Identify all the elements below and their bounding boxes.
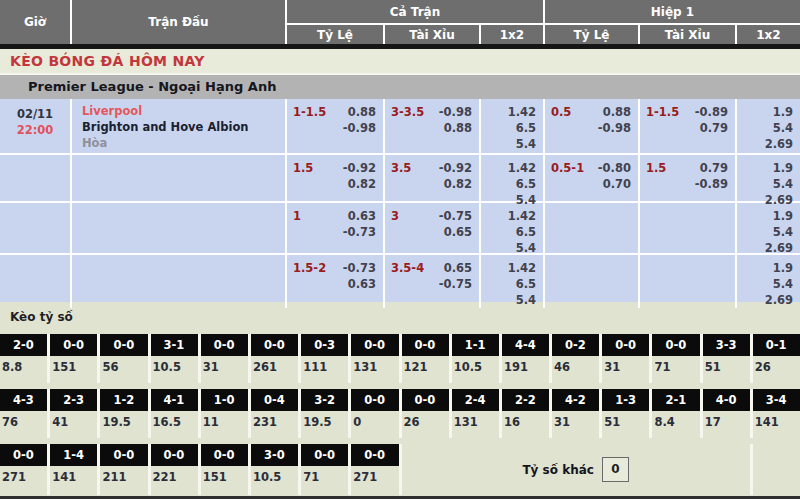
score-value[interactable]: 0-0 [201, 334, 248, 356]
ft-1x2-cell[interactable]: 1.42 6.5 5.4 [481, 203, 545, 256]
score-value[interactable]: 1-0 [201, 389, 248, 411]
score-bet-cell[interactable]: 4-3 76 [0, 389, 47, 438]
score-value[interactable]: 0-3 [301, 334, 348, 356]
h1-handicap-cell[interactable] [545, 255, 640, 308]
h1-1x2-cell[interactable]: 1.9 5.4 2.69 [737, 155, 800, 208]
h1-1x2-cell[interactable]: 1.9 5.4 2.69 [737, 203, 800, 256]
score-value[interactable]: 0-0 [0, 444, 47, 466]
ft-over-under-cell[interactable]: 3-3.5 -0.98 0.88 [385, 99, 481, 153]
score-value[interactable]: 3-3 [703, 334, 750, 356]
score-bet-cell[interactable]: 1-1 10.5 [452, 334, 499, 383]
score-value[interactable]: 0-2 [552, 334, 599, 356]
score-bet-cell[interactable]: 1-2 19.5 [100, 389, 147, 438]
home-team[interactable]: Liverpool [82, 103, 285, 119]
score-bet-cell[interactable]: 0-0 221 [151, 444, 198, 495]
ft-1x2-cell[interactable]: 1.42 6.5 5.4 [481, 99, 545, 153]
score-bet-cell[interactable]: 0-3 111 [301, 334, 348, 383]
score-value[interactable]: 0-0 [351, 334, 398, 356]
score-bet-cell[interactable]: 2-2 16 [502, 389, 549, 438]
h1-over-under-cell[interactable] [640, 255, 737, 308]
score-bet-cell[interactable]: 0-0 271 [0, 444, 47, 495]
score-bet-cell[interactable]: 0-0 261 [251, 334, 298, 383]
score-value[interactable]: 3-4 [753, 389, 800, 411]
score-bet-cell[interactable]: 3-3 51 [703, 334, 750, 383]
score-bet-cell[interactable]: 0-2 46 [552, 334, 599, 383]
score-bet-cell[interactable]: 2-1 8.4 [652, 389, 699, 438]
score-bet-cell[interactable]: 0-0 31 [201, 334, 248, 383]
away-team[interactable]: Brighton and Hove Albion [82, 119, 285, 135]
score-value[interactable]: 1-4 [50, 444, 97, 466]
score-value[interactable]: 0-0 [402, 389, 449, 411]
score-value[interactable]: 4-3 [0, 389, 47, 411]
score-bet-cell[interactable]: 0-0 0 [351, 389, 398, 438]
score-value[interactable]: 0-0 [100, 444, 147, 466]
score-value[interactable]: 0-1 [753, 334, 800, 356]
score-value[interactable]: 4-4 [502, 334, 549, 356]
score-value[interactable]: 4-1 [151, 389, 198, 411]
score-bet-cell[interactable]: 0-1 26 [753, 334, 800, 383]
ft-handicap-cell[interactable]: 1.5 -0.92 0.82 [287, 155, 385, 208]
score-bet-cell[interactable]: 2-4 131 [452, 389, 499, 438]
ft-1x2-cell[interactable]: 1.42 6.5 5.4 [481, 255, 545, 308]
score-bet-cell[interactable]: 4-0 17 [703, 389, 750, 438]
score-value[interactable]: 0-0 [652, 334, 699, 356]
score-value[interactable]: 0-0 [251, 334, 298, 356]
score-value[interactable]: 0-0 [100, 334, 147, 356]
ft-handicap-cell[interactable]: 1-1.5 0.88 -0.98 [287, 99, 385, 153]
score-value[interactable]: 0-0 [351, 444, 398, 466]
score-bet-cell[interactable]: 2-0 8.8 [0, 334, 47, 383]
score-bet-cell[interactable]: 0-4 231 [251, 389, 298, 438]
h1-over-under-cell[interactable] [640, 203, 737, 256]
h1-handicap-cell[interactable] [545, 203, 640, 256]
ft-over-under-cell[interactable]: 3.5-4 0.65 -0.75 [385, 255, 481, 308]
score-bet-cell[interactable]: 0-0 151 [201, 444, 248, 495]
score-bet-cell[interactable]: 3-2 19.5 [301, 389, 348, 438]
h1-1x2-cell[interactable]: 1.9 5.4 2.69 [737, 255, 800, 308]
score-bet-cell[interactable]: 0-0 26 [402, 389, 449, 438]
ft-handicap-cell[interactable]: 1.5-2 -0.73 0.63 [287, 255, 385, 308]
score-bet-cell[interactable]: 3-4 141 [753, 389, 800, 438]
score-bet-cell[interactable]: 1-4 141 [50, 444, 97, 495]
score-bet-cell[interactable]: 0-0 56 [100, 334, 147, 383]
score-value[interactable]: 0-0 [201, 444, 248, 466]
score-bet-cell[interactable]: 0-0 71 [652, 334, 699, 383]
score-value[interactable]: 2-3 [50, 389, 97, 411]
ft-1x2-cell[interactable]: 1.42 6.5 5.4 [481, 155, 545, 208]
h1-over-under-cell[interactable]: 1.5 0.79 -0.89 [640, 155, 737, 208]
ft-handicap-cell[interactable]: 1 0.63 -0.73 [287, 203, 385, 256]
score-value[interactable]: 2-0 [0, 334, 47, 356]
score-value[interactable]: 3-0 [251, 444, 298, 466]
score-value[interactable]: 0-0 [151, 444, 198, 466]
score-value[interactable]: 1-3 [602, 389, 649, 411]
score-bet-cell[interactable]: 0-0 211 [100, 444, 147, 495]
h1-handicap-cell[interactable]: 0.5 0.88 -0.98 [545, 99, 640, 153]
score-bet-cell[interactable]: 0-0 151 [50, 334, 97, 383]
score-value[interactable]: 2-4 [452, 389, 499, 411]
score-bet-cell[interactable]: 4-2 31 [552, 389, 599, 438]
h1-1x2-cell[interactable]: 1.9 5.4 2.69 [737, 99, 800, 153]
score-bet-cell[interactable]: 0-0 121 [402, 334, 449, 383]
score-value[interactable]: 2-2 [502, 389, 549, 411]
score-bet-cell[interactable]: 1-0 11 [201, 389, 248, 438]
score-bet-cell[interactable]: 0-0 131 [351, 334, 398, 383]
score-value[interactable]: 4-0 [703, 389, 750, 411]
other-score-input[interactable]: 0 [602, 457, 629, 482]
score-value[interactable]: 0-0 [50, 334, 97, 356]
score-bet-cell[interactable]: 3-1 10.5 [151, 334, 198, 383]
score-bet-cell[interactable]: 3-0 10.5 [251, 444, 298, 495]
score-value[interactable]: 1-2 [100, 389, 147, 411]
ft-over-under-cell[interactable]: 3.5 -0.92 0.82 [385, 155, 481, 208]
score-bet-cell[interactable]: 0-0 31 [602, 334, 649, 383]
score-bet-cell[interactable]: 1-3 51 [602, 389, 649, 438]
h1-handicap-cell[interactable]: 0.5-1 -0.80 0.70 [545, 155, 640, 208]
score-value[interactable]: 4-2 [552, 389, 599, 411]
score-bet-cell[interactable]: 2-3 41 [50, 389, 97, 438]
score-bet-cell[interactable]: 0-0 71 [301, 444, 348, 495]
score-bet-cell[interactable]: 4-1 16.5 [151, 389, 198, 438]
ft-over-under-cell[interactable]: 3 -0.75 0.65 [385, 203, 481, 256]
score-value[interactable]: 1-1 [452, 334, 499, 356]
h1-over-under-cell[interactable]: 1-1.5 -0.89 0.79 [640, 99, 737, 153]
score-value[interactable]: 0-0 [301, 444, 348, 466]
score-value[interactable]: 3-1 [151, 334, 198, 356]
score-value[interactable]: 3-2 [301, 389, 348, 411]
